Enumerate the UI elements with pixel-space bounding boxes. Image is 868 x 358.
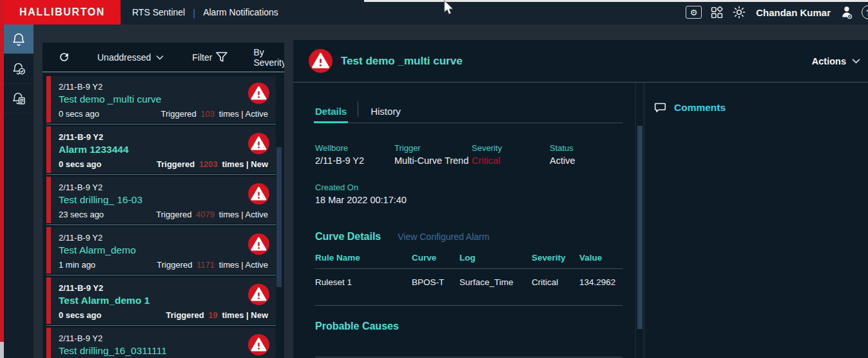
- view-configured-alarm-link[interactable]: View Configured Alarm: [398, 232, 489, 242]
- bell-report-icon: [11, 91, 26, 106]
- alarm-list-item[interactable]: 2/11-B-9 Y2 Test drilling_16_0311111: [46, 328, 276, 358]
- alarm-meta: 23 secs ago Triggered 4079 times | Activ…: [59, 210, 268, 219]
- alarm-title: Test Alarm_demo: [59, 244, 268, 256]
- nav-separator: |: [193, 7, 195, 18]
- actions-dropdown[interactable]: Actions: [812, 56, 860, 66]
- table-cell: 134.2962: [579, 277, 622, 287]
- critical-alarm-badge-icon: [248, 284, 269, 305]
- alarm-list-item[interactable]: 2/11-B-9 Y2 Test Alarm_demo 1 min ago Tr…: [46, 227, 276, 273]
- halliburton-logo[interactable]: HALLIBURTON: [4, 0, 121, 25]
- table-header-cell: Curve: [412, 253, 459, 263]
- gear-icon[interactable]: ⚙: [686, 6, 702, 19]
- alarm-wellbore: 2/11-B-9 Y2: [59, 233, 268, 243]
- table-header-cell: Severity: [532, 253, 579, 263]
- table-header-cell: Rule Name: [315, 253, 412, 263]
- alarm-title: Test drilling_16_0311111: [59, 345, 268, 357]
- alarm-trigger-info: Triggered 1171 times | Active: [157, 260, 268, 270]
- speech-bubble-icon: [653, 101, 668, 115]
- table-cell: Ruleset 1: [315, 277, 412, 287]
- user-settings-icon[interactable]: [840, 5, 853, 19]
- detail-field: Wellbore2/11-B-9 Y2: [315, 143, 394, 166]
- curve-details-table: Rule NameCurveLogSeverityValue Ruleset 1…: [315, 253, 622, 287]
- alarm-list-scrollbar[interactable]: [276, 147, 282, 287]
- detail-field: StatusActive: [550, 143, 575, 166]
- detail-sections: Probable CausesRecommended Solution: [315, 305, 622, 358]
- critical-alarm-badge-icon: [248, 183, 269, 204]
- alarm-title: Test Alarm_demo 1: [59, 295, 268, 306]
- curve-details-heading: Curve Details: [315, 231, 381, 243]
- created-on-field: Created On 18 Mar 2022 00:17:40: [315, 183, 622, 205]
- refresh-icon[interactable]: [58, 51, 70, 63]
- table-body: Ruleset 1BPOS-TSurface_TimeCritical134.2…: [315, 277, 622, 287]
- detail-section: Probable Causes: [315, 305, 622, 332]
- alarm-time: 1 min ago: [59, 260, 95, 270]
- detail-scrollbar[interactable]: [635, 83, 643, 358]
- status-filter-dropdown[interactable]: Unaddressed: [97, 52, 164, 63]
- critical-alarm-badge-icon: [248, 83, 269, 104]
- table-cell: Surface_Time: [459, 277, 532, 287]
- user-name: Chandan Kumar: [756, 7, 831, 18]
- alarm-list-item[interactable]: 2/11-B-9 Y2 Alarm 1233444 0 secs ago Tri…: [46, 126, 276, 173]
- sun-icon[interactable]: [732, 5, 746, 19]
- table-row: Ruleset 1BPOS-TSurface_TimeCritical134.2…: [315, 277, 622, 287]
- alarm-list-item[interactable]: 2/11-B-9 Y2 Test demo _multi curve 0 sec…: [46, 76, 276, 123]
- alarm-trigger-info: Triggered 103 times | Active: [161, 109, 268, 119]
- alarm-list-item[interactable]: 2/11-B-9 Y2 Test Alarm_demo 1 0 secs ago…: [46, 277, 276, 324]
- table-header-cell: Log: [459, 253, 532, 263]
- alarm-meta: 1 min ago Triggered 1171 times | Active: [59, 260, 268, 270]
- alarm-detail-panel: Test demo _multi curve Actions Details H…: [293, 40, 868, 358]
- critical-alarm-badge-icon: [248, 334, 269, 355]
- tab-history[interactable]: History: [371, 106, 401, 123]
- critical-warning-icon: [309, 49, 333, 73]
- table-divider: [315, 268, 622, 269]
- detail-content: Details History Wellbore2/11-B-9 Y2Trigg…: [293, 83, 635, 358]
- field-value: Multi-Curve Trend: [394, 155, 472, 166]
- alarm-title: Test demo _multi curve: [59, 94, 268, 105]
- detail-field: TriggerMulti-Curve Trend: [394, 143, 472, 166]
- sidebar-item-alarm-notifications[interactable]: [4, 25, 34, 54]
- section-heading: Probable Causes: [315, 321, 622, 332]
- alarm-wellbore: 2/11-B-9 Y2: [59, 183, 268, 192]
- page-title: Alarm Notifications: [203, 7, 278, 17]
- field-label: Status: [550, 143, 575, 153]
- detail-tabs: Details History: [315, 101, 622, 123]
- mouse-cursor: [443, 1, 454, 15]
- capture-edge-red: [0, 0, 4, 342]
- filter-button[interactable]: Filter: [192, 50, 229, 65]
- table-cell: Critical: [532, 277, 579, 287]
- detail-header: Test demo _multi curve Actions: [293, 40, 868, 83]
- alarm-title: Test drilling_ 16-03: [59, 194, 268, 206]
- alarm-list-item[interactable]: 2/11-B-9 Y2 Test drilling_ 16-03 23 secs…: [46, 177, 276, 223]
- actions-label: Actions: [812, 56, 846, 66]
- comments-title: Comments: [674, 102, 726, 114]
- comments-panel: Comments: [645, 83, 868, 358]
- detail-body: Details History Wellbore2/11-B-9 Y2Trigg…: [293, 83, 868, 358]
- product-name: RTS Sentinel: [132, 7, 185, 17]
- apps-grid-icon[interactable]: [710, 6, 724, 19]
- alarm-time: 0 secs ago: [59, 310, 102, 320]
- alarm-time: 0 secs ago: [59, 159, 102, 169]
- help-icon[interactable]: ?: [862, 5, 868, 19]
- alarm-meta: 0 secs ago Triggered 19 times | New: [59, 310, 268, 320]
- bell-check-icon: [11, 61, 26, 77]
- field-value: Critical: [472, 155, 550, 166]
- sort-by-dropdown[interactable]: By Severity: [253, 47, 284, 68]
- alarm-trigger-info: Triggered 4079 times | Active: [156, 210, 268, 219]
- capture-edge-gray: [0, 342, 4, 358]
- created-on-label: Created On: [315, 183, 622, 192]
- alarm-trigger-info: Triggered 19 times | New: [166, 310, 268, 320]
- comments-header: Comments: [653, 101, 868, 115]
- alarm-wellbore: 2/11-B-9 Y2: [59, 283, 268, 293]
- alarm-list-toolbar: Unaddressed Filter By Severity: [43, 43, 284, 72]
- sidebar-item-addressed-alarms[interactable]: [4, 54, 34, 84]
- sidebar-item-alarm-reports[interactable]: [4, 84, 34, 114]
- field-value: Active: [550, 155, 575, 166]
- status-filter-value: Unaddressed: [97, 52, 151, 63]
- scrollbar-thumb[interactable]: [637, 126, 642, 329]
- alarm-wellbore: 2/11-B-9 Y2: [59, 333, 268, 343]
- funnel-icon: [215, 50, 229, 65]
- field-label: Severity: [472, 143, 550, 153]
- created-on-value: 18 Mar 2022 00:17:40: [315, 195, 622, 205]
- detail-field: SeverityCritical: [472, 143, 550, 166]
- tab-details[interactable]: Details: [315, 106, 347, 123]
